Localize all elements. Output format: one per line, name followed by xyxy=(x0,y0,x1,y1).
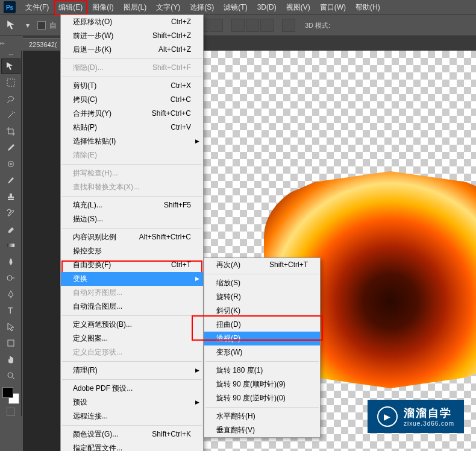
history-brush-tool[interactable] xyxy=(1,205,20,221)
dropdown-icon[interactable]: ▾ xyxy=(22,19,34,31)
auto-select-checkbox[interactable] xyxy=(37,21,46,30)
svg-point-3 xyxy=(7,276,12,280)
submenu-item[interactable]: 再次(A)Shift+Ctrl+T xyxy=(204,258,320,272)
menu-item[interactable]: 内容识别比例Alt+Shift+Ctrl+C xyxy=(61,230,203,244)
submenu-item[interactable]: 缩放(S) xyxy=(204,276,320,290)
stamp-tool[interactable] xyxy=(1,189,20,204)
auto-align-btn[interactable] xyxy=(282,19,295,32)
blur-tool[interactable] xyxy=(1,254,20,270)
submenu-item[interactable]: 变形(W) xyxy=(204,345,320,359)
submenu-item[interactable]: 旋转 180 度(1) xyxy=(204,364,320,377)
submenu-item[interactable]: 旋转 90 度(顺时针)(9) xyxy=(204,377,320,391)
submenu-item[interactable]: 旋转(R) xyxy=(204,290,320,304)
submenu-item[interactable]: 垂直翻转(V) xyxy=(204,423,320,437)
menu-filter[interactable]: 滤镜(T) xyxy=(219,0,252,15)
menu-item[interactable]: 颜色设置(G)...Shift+Ctrl+K xyxy=(61,427,203,441)
menu-view[interactable]: 视图(V) xyxy=(281,0,315,15)
menu-item[interactable]: 前进一步(W)Shift+Ctrl+Z xyxy=(61,29,203,43)
menu-item[interactable]: 操控变形 xyxy=(61,244,203,258)
menu-item[interactable]: 清理(R)▶ xyxy=(61,364,203,377)
menu-select[interactable]: 选择(S) xyxy=(185,0,219,15)
menu-file[interactable]: 文件(F) xyxy=(20,0,54,15)
menu-item[interactable]: 自由变换(F)Ctrl+T xyxy=(61,258,203,272)
gradient-tool[interactable] xyxy=(1,238,20,253)
menu-shortcut: Shift+Ctrl+T xyxy=(269,260,308,270)
menu-item[interactable]: 还原移动(O)Ctrl+Z xyxy=(61,15,203,29)
menu-item[interactable]: 变换▶ xyxy=(61,272,203,286)
submenu-item-label: 水平翻转(H) xyxy=(216,411,255,421)
move-tool[interactable] xyxy=(1,58,20,74)
menu-item[interactable]: 选择性粘贴(I)▶ xyxy=(61,134,203,148)
app-icon: Ps xyxy=(4,1,16,13)
menu-window[interactable]: 窗口(W) xyxy=(315,0,351,15)
crop-tool[interactable] xyxy=(1,124,20,139)
menu-separator xyxy=(62,228,202,229)
zoom-tool[interactable] xyxy=(1,368,20,383)
menu-item-label: 查找和替换文本(X)... xyxy=(73,182,139,192)
healing-tool[interactable] xyxy=(1,156,20,172)
dist-btn[interactable] xyxy=(231,19,245,32)
menu-image[interactable]: 图像(I) xyxy=(87,0,118,15)
menu-item-label: Adobe PDF 预设... xyxy=(73,383,133,394)
menu-item-label: 变换 xyxy=(73,274,87,284)
menu-item[interactable]: 合并拷贝(Y)Shift+Ctrl+C xyxy=(61,107,203,121)
menu-type[interactable]: 文字(Y) xyxy=(151,0,185,15)
menu-item[interactable]: Adobe PDF 预设... xyxy=(61,382,203,396)
foreground-color[interactable] xyxy=(2,387,13,398)
submenu-arrow-icon: ▶ xyxy=(195,136,199,147)
menu-item[interactable]: 自动混合图层... xyxy=(61,300,203,314)
submenu-item-label: 再次(A) xyxy=(216,260,240,270)
tool-panel: T xyxy=(0,51,22,416)
menu-shortcut: Shift+Ctrl+Z xyxy=(152,31,191,41)
menu-item[interactable]: 粘贴(P)Ctrl+V xyxy=(61,121,203,134)
panel-collapse-grip[interactable] xyxy=(0,36,6,42)
submenu-item[interactable]: 旋转 90 度(逆时针)(0) xyxy=(204,391,320,405)
menu-item[interactable]: 后退一步(K)Alt+Ctrl+Z xyxy=(61,43,203,57)
menu-shortcut: Ctrl+C xyxy=(171,95,191,105)
menu-item: 查找和替换文本(X)... xyxy=(61,180,203,194)
type-tool[interactable]: T xyxy=(1,303,20,318)
eraser-tool[interactable] xyxy=(1,221,20,237)
menu-item[interactable]: 定义画笔预设(B)... xyxy=(61,318,203,332)
marquee-tool[interactable] xyxy=(1,75,20,90)
submenu-item[interactable]: 斜切(K) xyxy=(204,304,320,318)
menu-item[interactable]: 描边(S)... xyxy=(61,212,203,226)
menu-item: 拼写检查(H)... xyxy=(61,166,203,180)
menu-layer[interactable]: 图层(L) xyxy=(119,0,152,15)
submenu-item[interactable]: 水平翻转(H) xyxy=(204,409,320,423)
menu-separator xyxy=(62,77,202,77)
dist-btn[interactable] xyxy=(246,19,259,32)
svg-rect-2 xyxy=(7,244,14,247)
menu-3d[interactable]: 3D(D) xyxy=(252,1,281,14)
menu-separator xyxy=(62,425,202,426)
panel-grip[interactable] xyxy=(0,51,21,58)
menu-help[interactable]: 帮助(H) xyxy=(351,0,385,15)
menu-item[interactable]: 指定配置文件... xyxy=(61,441,203,451)
menu-item[interactable]: 预设▶ xyxy=(61,396,203,409)
submenu-item[interactable]: 透视(P) xyxy=(204,332,320,345)
wand-tool[interactable] xyxy=(1,107,20,123)
lasso-tool[interactable] xyxy=(1,91,20,107)
menu-item[interactable]: 定义图案... xyxy=(61,332,203,345)
menu-item[interactable]: 拷贝(C)Ctrl+C xyxy=(61,93,203,107)
dist-btn[interactable] xyxy=(210,19,223,32)
pen-tool[interactable] xyxy=(1,286,20,302)
menu-separator xyxy=(62,164,202,165)
menu-item[interactable]: 远程连接... xyxy=(61,409,203,423)
dist-btn[interactable] xyxy=(260,19,274,32)
submenu-item[interactable]: 扭曲(D) xyxy=(204,318,320,332)
menu-separator xyxy=(205,274,319,274)
menu-item[interactable]: 填充(L)...Shift+F5 xyxy=(61,198,203,212)
path-select-tool[interactable] xyxy=(1,319,20,335)
menu-item-label: 内容识别比例 xyxy=(73,232,116,242)
color-swatch[interactable] xyxy=(2,387,19,404)
document-tab[interactable]: 2253642( xyxy=(23,38,63,51)
quickmask-standard[interactable] xyxy=(7,408,15,416)
brush-tool[interactable] xyxy=(1,172,20,188)
dodge-tool[interactable] xyxy=(1,270,20,286)
shape-tool[interactable] xyxy=(1,335,20,351)
eyedropper-tool[interactable] xyxy=(1,140,20,156)
hand-tool[interactable] xyxy=(1,352,20,367)
menu-edit[interactable]: 编辑(E) xyxy=(54,0,87,15)
menu-item[interactable]: 剪切(T)Ctrl+X xyxy=(61,79,203,93)
